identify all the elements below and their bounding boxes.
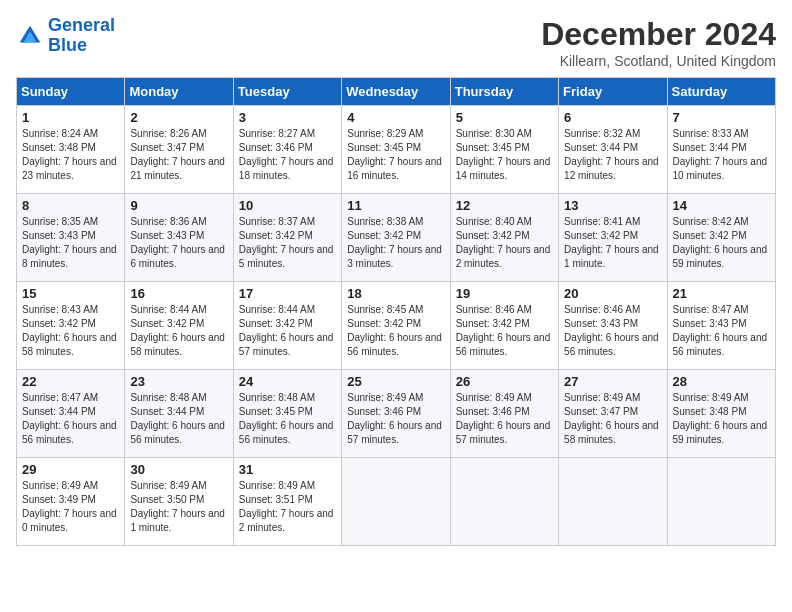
table-row: 15 Sunrise: 8:43 AMSunset: 3:42 PMDaylig… bbox=[17, 282, 125, 370]
day-number: 18 bbox=[347, 286, 444, 301]
day-number: 11 bbox=[347, 198, 444, 213]
day-number: 3 bbox=[239, 110, 336, 125]
logo: General Blue bbox=[16, 16, 115, 56]
table-row bbox=[667, 458, 775, 546]
day-detail: Sunrise: 8:49 AMSunset: 3:48 PMDaylight:… bbox=[673, 392, 768, 445]
logo-icon bbox=[16, 22, 44, 50]
table-row: 8 Sunrise: 8:35 AMSunset: 3:43 PMDayligh… bbox=[17, 194, 125, 282]
day-detail: Sunrise: 8:35 AMSunset: 3:43 PMDaylight:… bbox=[22, 216, 117, 269]
day-number: 24 bbox=[239, 374, 336, 389]
table-row: 6 Sunrise: 8:32 AMSunset: 3:44 PMDayligh… bbox=[559, 106, 667, 194]
day-number: 29 bbox=[22, 462, 119, 477]
day-number: 21 bbox=[673, 286, 770, 301]
table-row: 30 Sunrise: 8:49 AMSunset: 3:50 PMDaylig… bbox=[125, 458, 233, 546]
day-detail: Sunrise: 8:48 AMSunset: 3:44 PMDaylight:… bbox=[130, 392, 225, 445]
day-number: 22 bbox=[22, 374, 119, 389]
day-number: 5 bbox=[456, 110, 553, 125]
day-detail: Sunrise: 8:46 AMSunset: 3:43 PMDaylight:… bbox=[564, 304, 659, 357]
day-detail: Sunrise: 8:49 AMSunset: 3:46 PMDaylight:… bbox=[347, 392, 442, 445]
table-row: 31 Sunrise: 8:49 AMSunset: 3:51 PMDaylig… bbox=[233, 458, 341, 546]
header: General Blue December 2024 Killearn, Sco… bbox=[16, 16, 776, 69]
table-row: 4 Sunrise: 8:29 AMSunset: 3:45 PMDayligh… bbox=[342, 106, 450, 194]
table-row: 18 Sunrise: 8:45 AMSunset: 3:42 PMDaylig… bbox=[342, 282, 450, 370]
table-row: 26 Sunrise: 8:49 AMSunset: 3:46 PMDaylig… bbox=[450, 370, 558, 458]
col-monday: Monday bbox=[125, 78, 233, 106]
month-title: December 2024 bbox=[541, 16, 776, 53]
day-number: 26 bbox=[456, 374, 553, 389]
day-number: 14 bbox=[673, 198, 770, 213]
table-row: 25 Sunrise: 8:49 AMSunset: 3:46 PMDaylig… bbox=[342, 370, 450, 458]
table-row: 1 Sunrise: 8:24 AMSunset: 3:48 PMDayligh… bbox=[17, 106, 125, 194]
title-area: December 2024 Killearn, Scotland, United… bbox=[541, 16, 776, 69]
table-row bbox=[342, 458, 450, 546]
day-number: 13 bbox=[564, 198, 661, 213]
day-detail: Sunrise: 8:30 AMSunset: 3:45 PMDaylight:… bbox=[456, 128, 551, 181]
table-row bbox=[559, 458, 667, 546]
table-row: 24 Sunrise: 8:48 AMSunset: 3:45 PMDaylig… bbox=[233, 370, 341, 458]
day-number: 6 bbox=[564, 110, 661, 125]
table-row bbox=[450, 458, 558, 546]
day-detail: Sunrise: 8:37 AMSunset: 3:42 PMDaylight:… bbox=[239, 216, 334, 269]
table-row: 13 Sunrise: 8:41 AMSunset: 3:42 PMDaylig… bbox=[559, 194, 667, 282]
calendar: Sunday Monday Tuesday Wednesday Thursday… bbox=[16, 77, 776, 546]
day-detail: Sunrise: 8:33 AMSunset: 3:44 PMDaylight:… bbox=[673, 128, 768, 181]
table-row: 21 Sunrise: 8:47 AMSunset: 3:43 PMDaylig… bbox=[667, 282, 775, 370]
day-detail: Sunrise: 8:46 AMSunset: 3:42 PMDaylight:… bbox=[456, 304, 551, 357]
day-detail: Sunrise: 8:36 AMSunset: 3:43 PMDaylight:… bbox=[130, 216, 225, 269]
col-tuesday: Tuesday bbox=[233, 78, 341, 106]
col-sunday: Sunday bbox=[17, 78, 125, 106]
day-number: 27 bbox=[564, 374, 661, 389]
day-detail: Sunrise: 8:24 AMSunset: 3:48 PMDaylight:… bbox=[22, 128, 117, 181]
day-detail: Sunrise: 8:44 AMSunset: 3:42 PMDaylight:… bbox=[239, 304, 334, 357]
calendar-week-5: 29 Sunrise: 8:49 AMSunset: 3:49 PMDaylig… bbox=[17, 458, 776, 546]
day-detail: Sunrise: 8:49 AMSunset: 3:46 PMDaylight:… bbox=[456, 392, 551, 445]
day-number: 2 bbox=[130, 110, 227, 125]
table-row: 16 Sunrise: 8:44 AMSunset: 3:42 PMDaylig… bbox=[125, 282, 233, 370]
table-row: 29 Sunrise: 8:49 AMSunset: 3:49 PMDaylig… bbox=[17, 458, 125, 546]
day-detail: Sunrise: 8:42 AMSunset: 3:42 PMDaylight:… bbox=[673, 216, 768, 269]
day-number: 20 bbox=[564, 286, 661, 301]
day-number: 9 bbox=[130, 198, 227, 213]
day-number: 17 bbox=[239, 286, 336, 301]
table-row: 2 Sunrise: 8:26 AMSunset: 3:47 PMDayligh… bbox=[125, 106, 233, 194]
day-detail: Sunrise: 8:47 AMSunset: 3:43 PMDaylight:… bbox=[673, 304, 768, 357]
day-detail: Sunrise: 8:44 AMSunset: 3:42 PMDaylight:… bbox=[130, 304, 225, 357]
table-row: 23 Sunrise: 8:48 AMSunset: 3:44 PMDaylig… bbox=[125, 370, 233, 458]
calendar-week-1: 1 Sunrise: 8:24 AMSunset: 3:48 PMDayligh… bbox=[17, 106, 776, 194]
day-detail: Sunrise: 8:49 AMSunset: 3:50 PMDaylight:… bbox=[130, 480, 225, 533]
day-number: 23 bbox=[130, 374, 227, 389]
table-row: 5 Sunrise: 8:30 AMSunset: 3:45 PMDayligh… bbox=[450, 106, 558, 194]
table-row: 3 Sunrise: 8:27 AMSunset: 3:46 PMDayligh… bbox=[233, 106, 341, 194]
day-number: 16 bbox=[130, 286, 227, 301]
day-number: 25 bbox=[347, 374, 444, 389]
table-row: 12 Sunrise: 8:40 AMSunset: 3:42 PMDaylig… bbox=[450, 194, 558, 282]
day-number: 15 bbox=[22, 286, 119, 301]
day-detail: Sunrise: 8:38 AMSunset: 3:42 PMDaylight:… bbox=[347, 216, 442, 269]
table-row: 20 Sunrise: 8:46 AMSunset: 3:43 PMDaylig… bbox=[559, 282, 667, 370]
calendar-week-4: 22 Sunrise: 8:47 AMSunset: 3:44 PMDaylig… bbox=[17, 370, 776, 458]
table-row: 14 Sunrise: 8:42 AMSunset: 3:42 PMDaylig… bbox=[667, 194, 775, 282]
day-number: 19 bbox=[456, 286, 553, 301]
day-detail: Sunrise: 8:49 AMSunset: 3:49 PMDaylight:… bbox=[22, 480, 117, 533]
day-detail: Sunrise: 8:45 AMSunset: 3:42 PMDaylight:… bbox=[347, 304, 442, 357]
table-row: 27 Sunrise: 8:49 AMSunset: 3:47 PMDaylig… bbox=[559, 370, 667, 458]
logo-line2: Blue bbox=[48, 35, 87, 55]
day-number: 8 bbox=[22, 198, 119, 213]
day-number: 31 bbox=[239, 462, 336, 477]
table-row: 22 Sunrise: 8:47 AMSunset: 3:44 PMDaylig… bbox=[17, 370, 125, 458]
table-row: 10 Sunrise: 8:37 AMSunset: 3:42 PMDaylig… bbox=[233, 194, 341, 282]
col-wednesday: Wednesday bbox=[342, 78, 450, 106]
day-number: 10 bbox=[239, 198, 336, 213]
day-detail: Sunrise: 8:49 AMSunset: 3:51 PMDaylight:… bbox=[239, 480, 334, 533]
logo-text: General Blue bbox=[48, 16, 115, 56]
day-detail: Sunrise: 8:41 AMSunset: 3:42 PMDaylight:… bbox=[564, 216, 659, 269]
col-friday: Friday bbox=[559, 78, 667, 106]
col-thursday: Thursday bbox=[450, 78, 558, 106]
day-detail: Sunrise: 8:40 AMSunset: 3:42 PMDaylight:… bbox=[456, 216, 551, 269]
day-number: 4 bbox=[347, 110, 444, 125]
day-number: 12 bbox=[456, 198, 553, 213]
table-row: 17 Sunrise: 8:44 AMSunset: 3:42 PMDaylig… bbox=[233, 282, 341, 370]
table-row: 7 Sunrise: 8:33 AMSunset: 3:44 PMDayligh… bbox=[667, 106, 775, 194]
day-detail: Sunrise: 8:26 AMSunset: 3:47 PMDaylight:… bbox=[130, 128, 225, 181]
table-row: 28 Sunrise: 8:49 AMSunset: 3:48 PMDaylig… bbox=[667, 370, 775, 458]
